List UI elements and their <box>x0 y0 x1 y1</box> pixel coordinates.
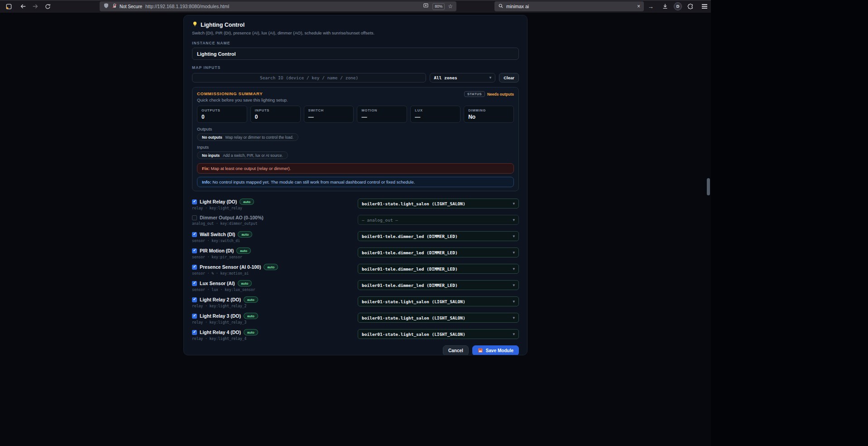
auto-badge: auto <box>240 199 254 205</box>
menu-icon[interactable] <box>700 1 710 11</box>
lighting-control-modal: Lighting Control Switch (DI), PIR (DI), … <box>183 15 528 355</box>
status-value: Needs outputs <box>487 92 514 97</box>
auto-badge: auto <box>236 247 251 254</box>
row-checkbox[interactable] <box>192 265 197 270</box>
io-mapping-list: Light Relay (DO) auto relay · key:light_… <box>192 199 519 341</box>
instance-name-input[interactable] <box>192 48 519 60</box>
extensions-icon[interactable] <box>686 1 695 11</box>
mapping-row-light-relay-3: Light Relay 3 (DO) auto relay · key:ligh… <box>192 313 519 325</box>
modal-title: Lighting Control <box>201 22 245 28</box>
summary-header: COMMISSIONING SUMMARY Quick check before… <box>197 91 514 102</box>
stat-lux: LUX — <box>410 106 460 123</box>
clear-filter-button[interactable]: Clear <box>499 73 519 82</box>
firefox-view-icon[interactable] <box>4 1 14 11</box>
row-checkbox[interactable] <box>192 232 197 237</box>
stat-switch: SWITCH — <box>304 106 354 123</box>
io-select[interactable]: boiler01·tele.dimmer_led (DIMMER_LED) <box>358 231 519 241</box>
row-label: PIR Motion (DI) <box>200 248 234 253</box>
modal-title-row: Lighting Control <box>192 21 519 29</box>
io-select[interactable]: boiler01·state.light_salon (LIGHT_SALON) <box>358 296 519 306</box>
save-page-icon[interactable] <box>423 2 429 10</box>
save-module-button[interactable]: Save Module <box>472 345 519 355</box>
fix-alert-label: Fix: <box>202 166 210 171</box>
instance-name-label: INSTANCE NAME <box>192 41 519 45</box>
clear-search-icon[interactable] <box>637 4 640 9</box>
row-label: Presence Sensor (AI 0-100) <box>200 264 261 270</box>
security-label: Not Secure <box>120 4 142 9</box>
auto-badge: auto <box>238 280 252 286</box>
row-label: Light Relay 2 (DO) <box>200 297 241 302</box>
page-viewport: Lighting Control Switch (DI), PIR (DI), … <box>0 13 711 446</box>
fix-alert-text: Map at least one output (relay or dimmer… <box>211 166 291 171</box>
chevron-down-icon <box>513 332 515 336</box>
auto-badge: auto <box>244 296 258 303</box>
row-checkbox[interactable] <box>192 281 197 286</box>
auto-badge: auto <box>264 264 278 270</box>
shield-icon[interactable] <box>103 2 109 10</box>
mapping-row-dimmer-output: Dimmer Output AO (0-100%) analog_out · k… <box>192 215 519 227</box>
info-alert-label: Info: <box>202 179 211 184</box>
io-select[interactable]: boiler01·tele.dimmer_led (DIMMER_LED) <box>358 264 519 274</box>
mapping-row-lux-sensor: Lux Sensor (AI) auto sensor · lux · key:… <box>192 280 519 292</box>
row-checkbox[interactable] <box>192 314 197 319</box>
chevron-down-icon <box>489 76 492 80</box>
commissioning-summary-card: COMMISSIONING SUMMARY Quick check before… <box>192 87 519 191</box>
row-checkbox[interactable] <box>192 297 197 302</box>
io-search-row: All zones Clear <box>192 73 519 82</box>
mapping-row-light-relay-4: Light Relay 4 (DO) auto relay · key:ligh… <box>192 329 519 341</box>
mapping-row-presence-sensor: Presence Sensor (AI 0-100) auto sensor ·… <box>192 264 519 276</box>
zoom-level-badge[interactable]: 80% <box>432 3 445 10</box>
row-checkbox[interactable] <box>192 330 197 335</box>
back-button[interactable] <box>18 1 28 11</box>
outputs-status-pill: No outputs Map relay or dimmer to contro… <box>197 133 298 141</box>
chevron-down-icon <box>513 316 515 320</box>
insecure-lock-icon[interactable] <box>112 2 117 10</box>
row-label: Lux Sensor (AI) <box>200 281 235 286</box>
reload-button[interactable] <box>43 1 53 11</box>
chevron-down-icon <box>513 218 515 222</box>
row-meta: relay · key:light_relay_2 <box>192 304 258 308</box>
lightbulb-icon <box>192 21 198 29</box>
io-search-input[interactable] <box>192 73 426 82</box>
row-checkbox[interactable] <box>192 215 197 220</box>
stat-dimming: DIMMING No <box>464 106 514 123</box>
status-row: STATUS Needs outputs <box>464 91 514 97</box>
profile-avatar[interactable]: D <box>674 2 682 10</box>
zone-filter-select[interactable]: All zones <box>430 73 495 82</box>
forward-button[interactable] <box>30 1 40 11</box>
row-meta: relay · key:light_relay <box>192 206 254 210</box>
search-go-icon[interactable] <box>646 1 656 11</box>
row-checkbox[interactable] <box>192 199 197 204</box>
downloads-icon[interactable] <box>660 1 670 11</box>
io-select[interactable]: boiler01·state.light_salon (LIGHT_SALON) <box>358 329 519 339</box>
io-select[interactable]: boiler01·tele.dimmer_led (DIMMER_LED) <box>358 280 519 290</box>
summary-title: COMMISSIONING SUMMARY <box>197 91 288 96</box>
io-select[interactable]: boiler01·state.light_salon (LIGHT_SALON) <box>358 199 519 208</box>
io-select[interactable]: boiler01·tele.dimmer_led (DIMMER_LED) <box>358 247 519 257</box>
zone-filter-value: All zones <box>434 75 457 80</box>
io-select[interactable]: — analog_out — <box>358 215 519 225</box>
url-bar[interactable]: Not Secure http://192.168.1.193:8080/mod… <box>100 1 456 11</box>
page-scrollbar[interactable] <box>707 178 710 195</box>
row-label: Light Relay 3 (DO) <box>200 313 241 319</box>
status-badge: STATUS <box>464 91 485 97</box>
io-select[interactable]: boiler01·state.light_salon (LIGHT_SALON) <box>358 313 519 323</box>
auto-badge: auto <box>244 329 258 335</box>
row-meta: sensor · % · key:motion_ai <box>192 271 278 276</box>
url-text[interactable]: http://192.168.1.193:8080/modules.html <box>145 4 229 9</box>
chevron-down-icon <box>513 300 515 304</box>
stat-motion: MOTION — <box>357 106 407 123</box>
outputs-group-label: Outputs <box>197 126 514 131</box>
bookmark-star-icon[interactable] <box>448 4 453 9</box>
stat-outputs: OUTPUTS 0 <box>197 106 247 123</box>
mapping-row-light-relay-2: Light Relay 2 (DO) auto relay · key:ligh… <box>192 296 519 308</box>
search-icon <box>498 2 504 10</box>
search-query-text[interactable]: minimax ai <box>506 4 529 9</box>
row-meta: relay · key:light_relay_3 <box>192 320 258 325</box>
cancel-button[interactable]: Cancel <box>443 345 469 355</box>
info-alert: Info: No control inputs mapped yet. The … <box>197 177 514 187</box>
row-meta: analog_out · key:dimmer_output <box>192 222 264 226</box>
search-bar[interactable]: minimax ai <box>494 1 644 11</box>
row-meta: sensor · key:switch_di <box>192 239 252 243</box>
row-checkbox[interactable] <box>192 248 197 253</box>
